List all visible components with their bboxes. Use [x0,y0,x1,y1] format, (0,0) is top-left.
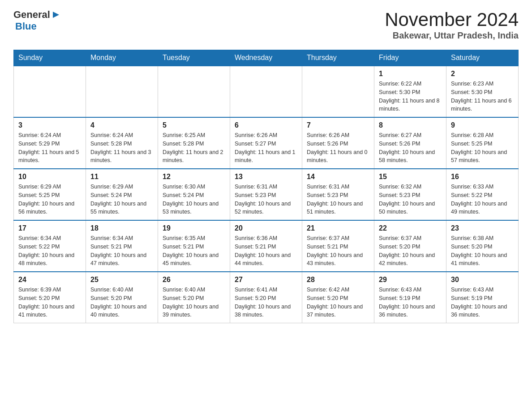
week-row-3: 10Sunrise: 6:29 AMSunset: 5:25 PMDayligh… [14,169,519,220]
calendar-cell: 23Sunrise: 6:38 AMSunset: 5:20 PMDayligh… [446,220,519,272]
day-number: 11 [90,173,153,181]
calendar-cell: 11Sunrise: 6:29 AMSunset: 5:24 PMDayligh… [86,169,158,220]
logo-general-text: General [13,9,50,21]
weekday-header-thursday: Thursday [302,50,374,66]
calendar-cell [302,66,374,117]
day-info: Sunrise: 6:43 AMSunset: 5:19 PMDaylight:… [379,286,442,319]
day-info: Sunrise: 6:28 AMSunset: 5:25 PMDaylight:… [451,131,514,165]
calendar-cell: 20Sunrise: 6:36 AMSunset: 5:21 PMDayligh… [230,220,302,272]
logo-triangle-icon [50,10,60,20]
logo-blue-text: Blue [15,21,60,32]
calendar-cell: 26Sunrise: 6:40 AMSunset: 5:20 PMDayligh… [158,272,230,323]
day-number: 1 [379,70,442,78]
day-info: Sunrise: 6:30 AMSunset: 5:24 PMDaylight:… [163,183,225,216]
calendar-cell: 21Sunrise: 6:37 AMSunset: 5:21 PMDayligh… [302,220,374,272]
month-title: November 2024 [385,9,519,30]
calendar-cell: 2Sunrise: 6:23 AMSunset: 5:30 PMDaylight… [446,66,519,117]
weekday-header-saturday: Saturday [446,50,519,66]
calendar-cell: 18Sunrise: 6:34 AMSunset: 5:21 PMDayligh… [86,220,158,272]
day-number: 2 [451,70,514,78]
week-row-4: 17Sunrise: 6:34 AMSunset: 5:22 PMDayligh… [14,220,519,272]
day-info: Sunrise: 6:37 AMSunset: 5:20 PMDaylight:… [379,234,442,268]
day-info: Sunrise: 6:27 AMSunset: 5:26 PMDaylight:… [379,131,442,165]
weekday-header-tuesday: Tuesday [158,50,230,66]
day-number: 9 [451,121,514,129]
calendar-cell: 4Sunrise: 6:24 AMSunset: 5:28 PMDaylight… [86,117,158,169]
calendar-cell: 14Sunrise: 6:31 AMSunset: 5:23 PMDayligh… [302,169,374,220]
day-number: 20 [235,224,297,232]
day-info: Sunrise: 6:29 AMSunset: 5:24 PMDaylight:… [90,183,153,216]
day-info: Sunrise: 6:23 AMSunset: 5:30 PMDaylight:… [451,80,514,113]
weekday-header-monday: Monday [86,50,158,66]
day-number: 21 [307,224,369,232]
day-info: Sunrise: 6:31 AMSunset: 5:23 PMDaylight:… [235,183,297,216]
day-number: 26 [163,276,225,284]
calendar-cell: 22Sunrise: 6:37 AMSunset: 5:20 PMDayligh… [374,220,446,272]
day-number: 5 [163,121,225,129]
svg-marker-0 [53,12,59,18]
day-info: Sunrise: 6:34 AMSunset: 5:21 PMDaylight:… [90,234,153,268]
day-number: 23 [451,224,514,232]
day-number: 25 [90,276,153,284]
calendar-cell [86,66,158,117]
day-info: Sunrise: 6:37 AMSunset: 5:21 PMDaylight:… [307,234,369,268]
day-info: Sunrise: 6:22 AMSunset: 5:30 PMDaylight:… [379,80,442,113]
calendar-table: SundayMondayTuesdayWednesdayThursdayFrid… [13,50,519,323]
calendar-cell: 29Sunrise: 6:43 AMSunset: 5:19 PMDayligh… [374,272,446,323]
calendar-cell: 1Sunrise: 6:22 AMSunset: 5:30 PMDaylight… [374,66,446,117]
calendar-cell: 13Sunrise: 6:31 AMSunset: 5:23 PMDayligh… [230,169,302,220]
calendar-cell: 16Sunrise: 6:33 AMSunset: 5:22 PMDayligh… [446,169,519,220]
week-row-2: 3Sunrise: 6:24 AMSunset: 5:29 PMDaylight… [14,117,519,169]
day-info: Sunrise: 6:39 AMSunset: 5:20 PMDaylight:… [18,286,81,319]
calendar-cell [14,66,86,117]
day-number: 14 [307,173,369,181]
day-info: Sunrise: 6:36 AMSunset: 5:21 PMDaylight:… [235,234,297,268]
calendar-cell: 25Sunrise: 6:40 AMSunset: 5:20 PMDayligh… [86,272,158,323]
day-info: Sunrise: 6:29 AMSunset: 5:25 PMDaylight:… [18,183,81,216]
day-info: Sunrise: 6:43 AMSunset: 5:19 PMDaylight:… [451,286,514,319]
day-info: Sunrise: 6:40 AMSunset: 5:20 PMDaylight:… [90,286,153,319]
calendar-cell: 30Sunrise: 6:43 AMSunset: 5:19 PMDayligh… [446,272,519,323]
calendar-cell [230,66,302,117]
day-number: 4 [90,121,153,129]
location-title: Bakewar, Uttar Pradesh, India [385,30,519,41]
day-number: 18 [90,224,153,232]
weekday-header-row: SundayMondayTuesdayWednesdayThursdayFrid… [14,50,519,66]
calendar-cell: 19Sunrise: 6:35 AMSunset: 5:21 PMDayligh… [158,220,230,272]
day-info: Sunrise: 6:25 AMSunset: 5:28 PMDaylight:… [163,131,225,165]
day-number: 22 [379,224,442,232]
day-number: 12 [163,173,225,181]
day-info: Sunrise: 6:34 AMSunset: 5:22 PMDaylight:… [18,234,81,268]
day-number: 30 [451,276,514,284]
calendar-cell: 7Sunrise: 6:26 AMSunset: 5:26 PMDaylight… [302,117,374,169]
day-number: 8 [379,121,442,129]
calendar-cell [158,66,230,117]
day-number: 6 [235,121,297,129]
calendar-cell: 6Sunrise: 6:26 AMSunset: 5:27 PMDaylight… [230,117,302,169]
calendar-cell: 12Sunrise: 6:30 AMSunset: 5:24 PMDayligh… [158,169,230,220]
day-number: 29 [379,276,442,284]
day-info: Sunrise: 6:38 AMSunset: 5:20 PMDaylight:… [451,234,514,268]
day-number: 16 [451,173,514,181]
day-info: Sunrise: 6:35 AMSunset: 5:21 PMDaylight:… [163,234,225,268]
day-info: Sunrise: 6:42 AMSunset: 5:20 PMDaylight:… [307,286,369,319]
title-section: November 2024 Bakewar, Uttar Pradesh, In… [385,9,519,41]
weekday-header-sunday: Sunday [14,50,86,66]
calendar-cell: 8Sunrise: 6:27 AMSunset: 5:26 PMDaylight… [374,117,446,169]
calendar-cell: 28Sunrise: 6:42 AMSunset: 5:20 PMDayligh… [302,272,374,323]
day-number: 28 [307,276,369,284]
day-number: 7 [307,121,369,129]
week-row-5: 24Sunrise: 6:39 AMSunset: 5:20 PMDayligh… [14,272,519,323]
calendar-cell: 15Sunrise: 6:32 AMSunset: 5:23 PMDayligh… [374,169,446,220]
day-info: Sunrise: 6:26 AMSunset: 5:27 PMDaylight:… [235,131,297,165]
day-number: 17 [18,224,81,232]
week-row-1: 1Sunrise: 6:22 AMSunset: 5:30 PMDaylight… [14,66,519,117]
day-info: Sunrise: 6:31 AMSunset: 5:23 PMDaylight:… [307,183,369,216]
weekday-header-wednesday: Wednesday [230,50,302,66]
calendar-cell: 24Sunrise: 6:39 AMSunset: 5:20 PMDayligh… [14,272,86,323]
day-number: 19 [163,224,225,232]
page-header: General Blue November 2024 Bakewar, Utta… [13,9,519,41]
calendar-cell: 3Sunrise: 6:24 AMSunset: 5:29 PMDaylight… [14,117,86,169]
day-info: Sunrise: 6:24 AMSunset: 5:29 PMDaylight:… [18,131,81,165]
calendar-cell: 27Sunrise: 6:41 AMSunset: 5:20 PMDayligh… [230,272,302,323]
